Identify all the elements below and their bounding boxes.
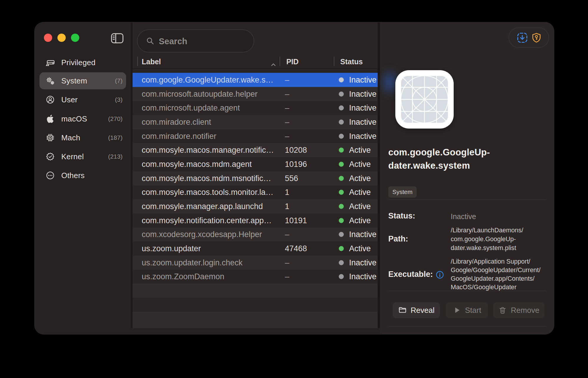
table-row[interactable]: com.miradore.notifier–Inactive xyxy=(133,129,378,143)
path-field-value: /Library/LaunchDaemons/ com.google.Googl… xyxy=(451,226,523,252)
row-pid: 1 xyxy=(285,188,289,197)
status-dot xyxy=(339,162,344,167)
row-status: Active xyxy=(349,146,371,155)
section-divider xyxy=(388,326,546,326)
row-label: com.mosyle.macos.mdm.agent xyxy=(142,160,252,169)
window-bottom-strip xyxy=(133,328,380,334)
search-input[interactable] xyxy=(158,30,248,52)
column-separator xyxy=(137,57,138,66)
executable-field-value: /Library/Application Support/ Google/Goo… xyxy=(451,257,541,292)
sidebar-toggle-icon xyxy=(111,32,124,44)
status-dot xyxy=(339,176,344,181)
row-label: us.zoom.ZoomDaemon xyxy=(142,272,224,281)
gears-icon xyxy=(45,76,55,86)
path-field-label: Path: xyxy=(388,234,408,244)
row-pid: – xyxy=(285,89,289,98)
status-dot xyxy=(339,246,344,251)
close-window-button[interactable] xyxy=(44,34,52,42)
sidebar-item-privileged[interactable]: Privileged xyxy=(39,54,126,71)
row-status: Active xyxy=(349,160,371,169)
trash-icon xyxy=(498,306,507,315)
sidebar-toggle-button[interactable] xyxy=(111,32,124,43)
row-status: Active xyxy=(349,216,371,225)
detail-pane: com.google.GoogleUp- dater.wake.system S… xyxy=(380,22,554,334)
row-label: com.xcodesorg.xcodesapp.Helper xyxy=(142,230,262,239)
download-box-icon xyxy=(517,32,528,43)
row-pid: – xyxy=(285,272,289,281)
sidebar-item-label: System xyxy=(61,76,87,86)
sidebar-item-user[interactable]: User (3) xyxy=(39,91,126,108)
sort-ascending-icon xyxy=(271,60,276,63)
table-row[interactable]: com.xcodesorg.xcodesapp.Helper–Inactive xyxy=(133,228,378,242)
row-pid: – xyxy=(285,117,289,126)
column-separator xyxy=(334,57,334,66)
sidebar-item-mach[interactable]: Mach (187) xyxy=(39,129,126,146)
ellipsis-circle-icon xyxy=(45,171,55,180)
row-pid: – xyxy=(285,132,289,141)
row-pid: 47468 xyxy=(285,244,307,253)
sidebar-item-count: (213) xyxy=(108,153,123,160)
search-field[interactable] xyxy=(137,29,254,52)
table-row[interactable]: com.mosyle.macos.mdm.agent10196Active xyxy=(133,157,378,171)
sidebar: Privileged xyxy=(35,22,131,334)
row-label: com.mosyle.manager.app.launchd xyxy=(142,202,263,211)
row-status: Inactive xyxy=(349,75,376,84)
executable-info-button[interactable] xyxy=(435,270,445,280)
reveal-button[interactable]: Reveal xyxy=(393,302,440,318)
sidebar-item-count: (270) xyxy=(108,115,123,122)
section-divider xyxy=(388,291,546,291)
row-label: com.mosyle.macos.manager.notific… xyxy=(142,146,274,155)
row-pid: 10196 xyxy=(285,160,307,169)
row-status: Inactive xyxy=(349,230,376,239)
status-dot xyxy=(339,274,344,279)
table-row[interactable]: us.zoom.updater.login.check–Inactive xyxy=(133,256,378,270)
table-row[interactable]: com.mosyle.macos.tools.monitor.la…1Activ… xyxy=(133,185,378,200)
security-button[interactable] xyxy=(531,32,542,43)
sidebar-item-macos[interactable]: macOS (270) xyxy=(39,110,126,127)
row-label: com.mosyle.macos.tools.monitor.la… xyxy=(142,188,273,197)
app-window: Privileged xyxy=(35,22,554,334)
column-header-pid[interactable]: PID xyxy=(286,57,299,66)
table-row[interactable]: com.google.GoogleUpdater.wake.s…–Inactiv… xyxy=(133,73,378,87)
row-pid: 1 xyxy=(285,202,289,211)
table-row[interactable]: com.mosyle.macos.mdm.msnotific…556Active xyxy=(133,171,378,185)
table-row[interactable]: com.mosyle.macos.manager.notific…10208Ac… xyxy=(133,143,378,157)
table-row[interactable]: us.zoom.ZoomDaemon–Inactive xyxy=(133,270,378,284)
sidebar-item-count: (3) xyxy=(115,96,123,103)
detail-title: com.google.GoogleUp- dater.wake.system xyxy=(388,146,544,172)
table-header: Label PID Status xyxy=(133,55,378,68)
status-dot xyxy=(339,204,344,209)
column-header-status[interactable]: Status xyxy=(340,57,363,66)
table-row[interactable]: com.microsoft.autoupdate.helper–Inactive xyxy=(133,87,378,101)
minimize-window-button[interactable] xyxy=(57,34,66,42)
row-pid: – xyxy=(285,75,289,84)
domain-badge: System xyxy=(388,186,417,198)
sidebar-item-label: Privileged xyxy=(61,58,95,67)
status-dot xyxy=(339,77,344,82)
sidebar-item-label: User xyxy=(61,95,78,104)
reveal-button-label: Reveal xyxy=(411,306,435,315)
sidebar-item-kernel[interactable]: Kernel (213) xyxy=(39,148,126,165)
start-button[interactable]: Start xyxy=(446,302,488,318)
empty-row-stripe xyxy=(133,298,378,312)
install-button[interactable] xyxy=(517,32,528,43)
zoom-window-button[interactable] xyxy=(71,34,79,42)
status-dot xyxy=(339,106,344,111)
status-field-value: Inactive xyxy=(451,212,476,221)
table-row[interactable]: com.mosyle.notification.center.app…10191… xyxy=(133,213,378,228)
sidebar-item-system[interactable]: System (7) xyxy=(39,72,126,89)
table-row[interactable]: com.microsoft.update.agent–Inactive xyxy=(133,101,378,115)
status-field-label: Status: xyxy=(388,211,415,221)
table-row[interactable]: com.mosyle.manager.app.launchd1Active xyxy=(133,199,378,213)
remove-button[interactable]: Remove xyxy=(493,302,544,318)
row-label: com.miradore.notifier xyxy=(142,132,217,141)
sidebar-item-others[interactable]: Others xyxy=(39,167,126,184)
table-row[interactable]: us.zoom.updater47468Active xyxy=(133,241,378,256)
column-header-label[interactable]: Label xyxy=(142,57,161,66)
table-row[interactable]: com.miradore.client–Inactive xyxy=(133,115,378,129)
pane-divider[interactable] xyxy=(378,22,380,334)
screen: Privileged xyxy=(0,0,588,378)
apple-logo-icon xyxy=(45,114,55,124)
status-dot xyxy=(339,148,344,153)
row-label: com.mosyle.notification.center.app… xyxy=(142,216,272,225)
